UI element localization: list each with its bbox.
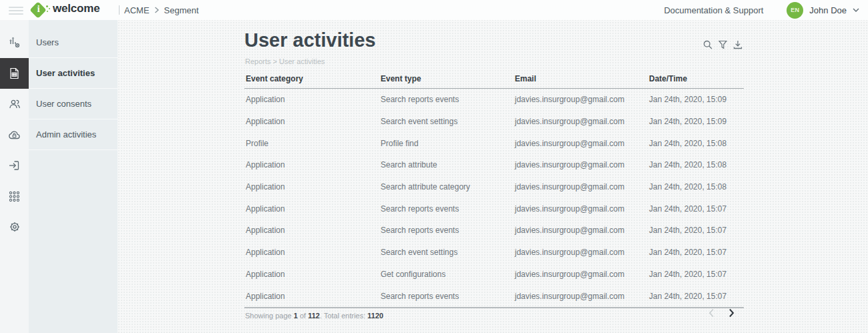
settings-gear-icon <box>0 212 29 242</box>
pagination-summary: Showing page 1 of 112. Total entries: 11… <box>245 312 383 320</box>
sidebar-item-user-activities[interactable]: User activities <box>0 58 118 89</box>
activities-table: Event category Event type Email Date/Tim… <box>244 69 744 308</box>
download-icon[interactable] <box>733 40 742 49</box>
table-row[interactable]: ApplicationSearch attributejdavies.insur… <box>244 154 744 176</box>
login-icon <box>0 150 29 181</box>
table-row[interactable]: ApplicationSearch attribute categoryjdav… <box>244 176 744 198</box>
current-page: 1 <box>294 312 298 320</box>
chevron-right-icon <box>154 7 160 13</box>
table-toolbar <box>703 40 742 49</box>
table-row[interactable]: ApplicationSearch reports eventsjdavies.… <box>244 220 744 242</box>
table-row[interactable]: ApplicationSearch event settingsjdavies.… <box>244 242 744 264</box>
column-header[interactable]: Email <box>513 74 648 83</box>
sidebar-item-login[interactable] <box>0 150 118 181</box>
main-content: User activities Reports > User activitie… <box>244 20 744 333</box>
table-row[interactable]: ApplicationSearch reports eventsjdavies.… <box>244 285 744 307</box>
chevron-down-icon[interactable] <box>853 8 859 13</box>
table-row[interactable]: ApplicationSearch event settingsjdavies.… <box>244 111 744 133</box>
table-row[interactable]: ApplicationGet configurationsjdavies.ins… <box>244 264 744 286</box>
table-row[interactable]: ApplicationSearch reports eventsjdavies.… <box>244 198 744 220</box>
sidebar-item-user-consents[interactable]: User consents <box>0 89 118 119</box>
sidebar-item-label: Users <box>29 27 118 58</box>
app-logo[interactable]: i welcome <box>31 1 99 16</box>
analytics-gear-icon <box>0 27 29 58</box>
filter-icon[interactable] <box>718 40 727 49</box>
avatar[interactable]: EN <box>787 2 803 19</box>
documentation-support-link[interactable]: Documentation & Support <box>664 5 763 15</box>
table-row[interactable]: ProfileProfile findjdavies.insurgroup@gm… <box>244 132 744 154</box>
previous-page-icon[interactable] <box>708 308 714 318</box>
breadcrumb-section[interactable]: Segment <box>164 5 199 15</box>
hamburger-menu-icon[interactable] <box>9 7 23 17</box>
sidebar-item-apps[interactable] <box>0 181 118 212</box>
sidebar-item-label: Admin activities <box>29 119 118 150</box>
page-breadcrumb: Reports > User activities <box>245 57 325 65</box>
column-header[interactable]: Event category <box>244 74 379 83</box>
breadcrumb: ACME Segment <box>124 0 199 20</box>
table-row[interactable]: ApplicationSearch reports eventsjdavies.… <box>244 89 744 111</box>
total-pages: 112 <box>308 312 320 320</box>
sidebar-item-admin-activities[interactable]: Admin activities <box>0 119 118 150</box>
sidebar-item-label: User consents <box>29 89 118 119</box>
topbar-right: Documentation & Support EN John Doe <box>664 0 859 20</box>
logo-text: welcome <box>53 2 99 15</box>
sidebar-item-label: User activities <box>29 58 118 89</box>
user-name[interactable]: John Doe <box>809 5 847 15</box>
apps-grid-icon <box>0 181 29 212</box>
cloud-admin-icon <box>0 119 29 150</box>
table-header-row: Event category Event type Email Date/Tim… <box>244 69 744 89</box>
logo-diamond-icon: i <box>29 1 46 18</box>
table-body: ApplicationSearch reports eventsjdavies.… <box>244 89 744 308</box>
topbar-divider <box>119 5 120 15</box>
sidebar-item-settings[interactable] <box>0 212 118 242</box>
sidebar: Users User activities <box>0 20 118 333</box>
next-page-icon[interactable] <box>728 308 734 318</box>
search-icon[interactable] <box>703 40 712 49</box>
sidebar-item-users[interactable]: Users <box>0 27 118 58</box>
logo-dots <box>46 2 51 15</box>
people-icon <box>0 89 29 119</box>
report-document-icon <box>0 58 29 89</box>
app-root: i welcome ACME Segment Documentation & S… <box>0 0 868 333</box>
topbar: i welcome ACME Segment Documentation & S… <box>0 0 868 20</box>
column-header[interactable]: Event type <box>379 74 513 83</box>
breadcrumb-account[interactable]: ACME <box>124 5 150 15</box>
pagination-controls <box>708 308 734 318</box>
column-header[interactable]: Date/Time <box>648 74 744 83</box>
total-entries: 1120 <box>367 312 383 320</box>
page-title: User activities <box>244 29 376 51</box>
